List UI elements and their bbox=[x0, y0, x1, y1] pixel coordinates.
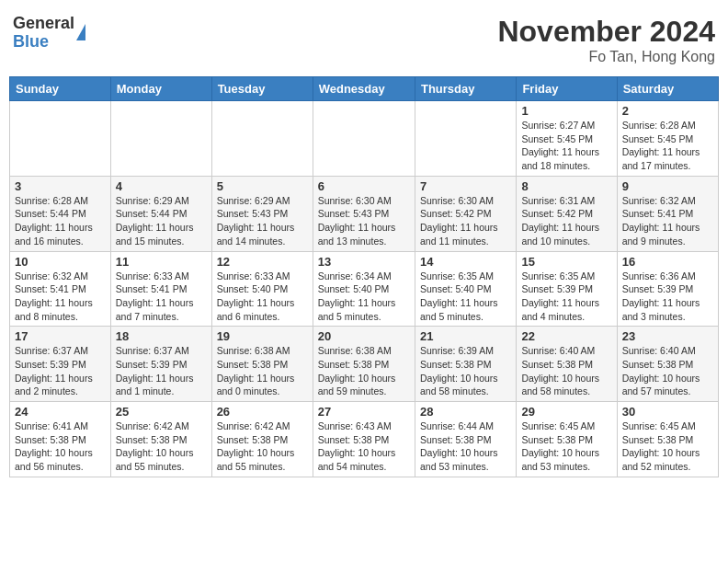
calendar-cell: 3Sunrise: 6:28 AMSunset: 5:44 PMDaylight… bbox=[10, 176, 111, 251]
day-number: 25 bbox=[116, 405, 207, 419]
location-subtitle: Fo Tan, Hong Kong bbox=[497, 49, 715, 65]
day-info: Sunrise: 6:30 AMSunset: 5:43 PMDaylight:… bbox=[318, 194, 410, 248]
calendar-cell: 10Sunrise: 6:32 AMSunset: 5:41 PMDayligh… bbox=[10, 251, 111, 327]
month-title: November 2024 bbox=[497, 15, 715, 49]
calendar-cell: 15Sunrise: 6:35 AMSunset: 5:39 PMDayligh… bbox=[517, 251, 617, 327]
day-info: Sunrise: 6:29 AMSunset: 5:44 PMDaylight:… bbox=[116, 194, 207, 248]
calendar-day-header: Friday bbox=[517, 77, 617, 101]
day-info: Sunrise: 6:28 AMSunset: 5:45 PMDaylight:… bbox=[622, 119, 713, 173]
day-number: 27 bbox=[318, 405, 410, 419]
calendar-cell: 4Sunrise: 6:29 AMSunset: 5:44 PMDaylight… bbox=[110, 176, 211, 251]
day-number: 20 bbox=[318, 329, 410, 343]
title-section: November 2024 Fo Tan, Hong Kong bbox=[497, 15, 715, 65]
day-number: 2 bbox=[622, 104, 713, 118]
day-info: Sunrise: 6:43 AMSunset: 5:38 PMDaylight:… bbox=[318, 419, 410, 474]
calendar-cell bbox=[110, 101, 211, 177]
day-info: Sunrise: 6:42 AMSunset: 5:38 PMDaylight:… bbox=[116, 419, 207, 474]
day-info: Sunrise: 6:34 AMSunset: 5:40 PMDaylight:… bbox=[318, 270, 410, 324]
day-info: Sunrise: 6:35 AMSunset: 5:39 PMDaylight:… bbox=[521, 270, 611, 324]
calendar-week-row: 10Sunrise: 6:32 AMSunset: 5:41 PMDayligh… bbox=[10, 251, 719, 327]
calendar-cell bbox=[10, 101, 111, 177]
calendar-cell: 14Sunrise: 6:35 AMSunset: 5:40 PMDayligh… bbox=[415, 251, 516, 327]
day-info: Sunrise: 6:38 AMSunset: 5:38 PMDaylight:… bbox=[217, 344, 308, 398]
day-info: Sunrise: 6:45 AMSunset: 5:38 PMDaylight:… bbox=[521, 419, 611, 474]
calendar-cell: 21Sunrise: 6:39 AMSunset: 5:38 PMDayligh… bbox=[415, 327, 516, 402]
calendar-header-row: SundayMondayTuesdayWednesdayThursdayFrid… bbox=[10, 77, 719, 101]
calendar-cell bbox=[313, 101, 415, 177]
calendar-cell: 27Sunrise: 6:43 AMSunset: 5:38 PMDayligh… bbox=[313, 402, 415, 477]
calendar-cell: 19Sunrise: 6:38 AMSunset: 5:38 PMDayligh… bbox=[211, 327, 313, 402]
day-number: 11 bbox=[116, 255, 207, 269]
day-number: 24 bbox=[15, 405, 106, 419]
calendar-cell: 28Sunrise: 6:44 AMSunset: 5:38 PMDayligh… bbox=[415, 402, 516, 477]
day-number: 29 bbox=[521, 405, 611, 419]
day-number: 9 bbox=[622, 179, 713, 193]
page-header: General Blue November 2024 Fo Tan, Hong … bbox=[9, 9, 719, 71]
calendar-cell: 23Sunrise: 6:40 AMSunset: 5:38 PMDayligh… bbox=[617, 327, 718, 402]
calendar-cell: 30Sunrise: 6:45 AMSunset: 5:38 PMDayligh… bbox=[617, 402, 718, 477]
day-info: Sunrise: 6:37 AMSunset: 5:39 PMDaylight:… bbox=[116, 344, 207, 398]
calendar-cell: 25Sunrise: 6:42 AMSunset: 5:38 PMDayligh… bbox=[110, 402, 211, 477]
calendar-day-header: Saturday bbox=[617, 77, 718, 101]
calendar-cell: 17Sunrise: 6:37 AMSunset: 5:39 PMDayligh… bbox=[10, 327, 111, 402]
calendar-day-header: Sunday bbox=[10, 77, 111, 101]
calendar-body: 1Sunrise: 6:27 AMSunset: 5:45 PMDaylight… bbox=[10, 101, 719, 477]
calendar-cell: 26Sunrise: 6:42 AMSunset: 5:38 PMDayligh… bbox=[211, 402, 313, 477]
day-number: 6 bbox=[318, 179, 410, 193]
day-info: Sunrise: 6:44 AMSunset: 5:38 PMDaylight:… bbox=[420, 419, 511, 474]
day-info: Sunrise: 6:37 AMSunset: 5:39 PMDaylight:… bbox=[15, 344, 106, 398]
day-number: 7 bbox=[420, 179, 511, 193]
logo: General Blue bbox=[13, 15, 85, 52]
day-number: 18 bbox=[116, 329, 207, 343]
day-number: 22 bbox=[521, 329, 611, 343]
calendar-cell: 9Sunrise: 6:32 AMSunset: 5:41 PMDaylight… bbox=[617, 176, 718, 251]
day-number: 12 bbox=[217, 255, 308, 269]
calendar-cell: 13Sunrise: 6:34 AMSunset: 5:40 PMDayligh… bbox=[313, 251, 415, 327]
day-info: Sunrise: 6:35 AMSunset: 5:40 PMDaylight:… bbox=[420, 270, 511, 324]
day-info: Sunrise: 6:31 AMSunset: 5:42 PMDaylight:… bbox=[521, 194, 611, 248]
calendar-cell: 5Sunrise: 6:29 AMSunset: 5:43 PMDaylight… bbox=[211, 176, 313, 251]
calendar-cell: 1Sunrise: 6:27 AMSunset: 5:45 PMDaylight… bbox=[517, 101, 617, 177]
logo-text: General Blue bbox=[13, 15, 74, 52]
day-info: Sunrise: 6:40 AMSunset: 5:38 PMDaylight:… bbox=[622, 344, 713, 398]
calendar-cell bbox=[211, 101, 313, 177]
calendar-day-header: Monday bbox=[110, 77, 211, 101]
day-info: Sunrise: 6:33 AMSunset: 5:41 PMDaylight:… bbox=[116, 270, 207, 324]
day-info: Sunrise: 6:40 AMSunset: 5:38 PMDaylight:… bbox=[521, 344, 611, 398]
calendar-day-header: Thursday bbox=[415, 77, 516, 101]
day-number: 21 bbox=[420, 329, 511, 343]
calendar-cell: 20Sunrise: 6:38 AMSunset: 5:38 PMDayligh… bbox=[313, 327, 415, 402]
calendar-cell: 18Sunrise: 6:37 AMSunset: 5:39 PMDayligh… bbox=[110, 327, 211, 402]
day-number: 4 bbox=[116, 179, 207, 193]
day-number: 15 bbox=[521, 255, 611, 269]
day-number: 30 bbox=[622, 405, 713, 419]
calendar-cell: 8Sunrise: 6:31 AMSunset: 5:42 PMDaylight… bbox=[517, 176, 617, 251]
calendar-day-header: Tuesday bbox=[211, 77, 313, 101]
day-number: 14 bbox=[420, 255, 511, 269]
calendar-cell bbox=[415, 101, 516, 177]
day-info: Sunrise: 6:29 AMSunset: 5:43 PMDaylight:… bbox=[217, 194, 308, 248]
calendar-week-row: 3Sunrise: 6:28 AMSunset: 5:44 PMDaylight… bbox=[10, 176, 719, 251]
day-number: 13 bbox=[318, 255, 410, 269]
day-number: 16 bbox=[622, 255, 713, 269]
calendar-cell: 29Sunrise: 6:45 AMSunset: 5:38 PMDayligh… bbox=[517, 402, 617, 477]
calendar-cell: 11Sunrise: 6:33 AMSunset: 5:41 PMDayligh… bbox=[110, 251, 211, 327]
day-info: Sunrise: 6:30 AMSunset: 5:42 PMDaylight:… bbox=[420, 194, 511, 248]
day-info: Sunrise: 6:32 AMSunset: 5:41 PMDaylight:… bbox=[15, 270, 106, 324]
calendar-week-row: 24Sunrise: 6:41 AMSunset: 5:38 PMDayligh… bbox=[10, 402, 719, 477]
calendar-week-row: 17Sunrise: 6:37 AMSunset: 5:39 PMDayligh… bbox=[10, 327, 719, 402]
day-number: 3 bbox=[15, 179, 106, 193]
calendar-cell: 12Sunrise: 6:33 AMSunset: 5:40 PMDayligh… bbox=[211, 251, 313, 327]
day-info: Sunrise: 6:33 AMSunset: 5:40 PMDaylight:… bbox=[217, 270, 308, 324]
day-info: Sunrise: 6:42 AMSunset: 5:38 PMDaylight:… bbox=[217, 419, 308, 474]
day-number: 26 bbox=[217, 405, 308, 419]
logo-triangle-icon bbox=[76, 24, 85, 40]
day-info: Sunrise: 6:32 AMSunset: 5:41 PMDaylight:… bbox=[622, 194, 713, 248]
calendar-week-row: 1Sunrise: 6:27 AMSunset: 5:45 PMDaylight… bbox=[10, 101, 719, 177]
calendar-cell: 22Sunrise: 6:40 AMSunset: 5:38 PMDayligh… bbox=[517, 327, 617, 402]
day-number: 17 bbox=[15, 329, 106, 343]
day-info: Sunrise: 6:45 AMSunset: 5:38 PMDaylight:… bbox=[622, 419, 713, 474]
logo-blue: Blue bbox=[13, 33, 74, 52]
day-info: Sunrise: 6:38 AMSunset: 5:38 PMDaylight:… bbox=[318, 344, 410, 398]
logo-general: General bbox=[13, 15, 74, 33]
